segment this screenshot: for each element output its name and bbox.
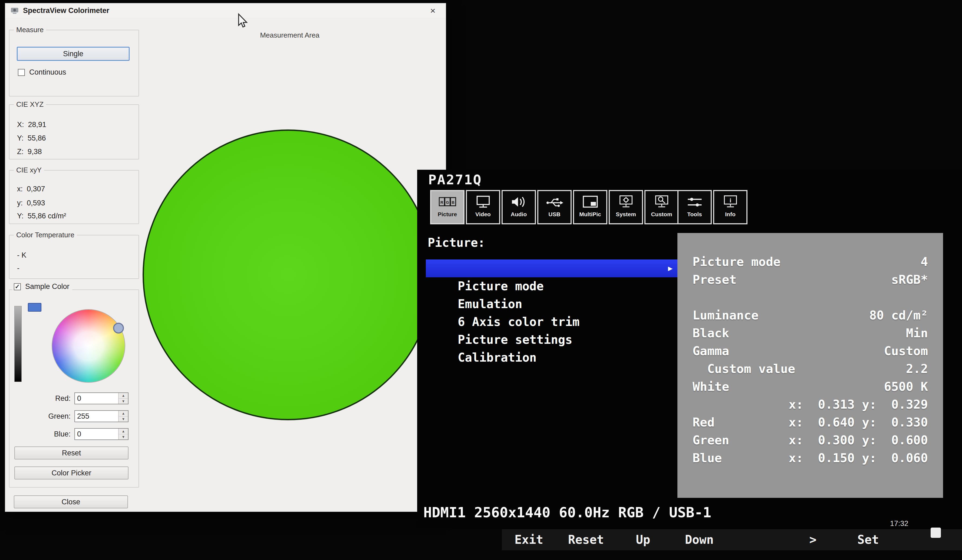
window-close-icon[interactable]: × — [420, 3, 446, 18]
blue-input[interactable] — [75, 429, 117, 439]
blue-spin-down-icon[interactable]: ▼ — [119, 434, 128, 440]
menu-item-6-axis-color-trim[interactable]: 6 Axis color trim — [426, 295, 677, 313]
colorimeter-window: SpectraView Colorimeter × Measure Single… — [5, 3, 446, 512]
detail-row-black: BlackMin — [677, 324, 943, 342]
tab-custom[interactable]: Custom — [644, 190, 679, 224]
cie-xyz-group-label: CIE XYZ — [14, 100, 46, 109]
usb-icon — [544, 193, 565, 211]
reset-button[interactable]: Reset — [15, 446, 129, 459]
cie-xyy-group: CIE xyY x: 0,307 y: 0,593 Y: 55,86 cd/m² — [9, 170, 139, 224]
osd-key-exit[interactable]: Exit — [515, 529, 543, 550]
window-title: SpectraView Colorimeter — [23, 6, 109, 15]
detail-row-picture-mode: Picture mode4 — [677, 253, 943, 271]
color-picker-button[interactable]: Color Picker — [15, 467, 129, 480]
speaker-icon — [508, 193, 529, 211]
tab-label: Tools — [687, 211, 702, 217]
tab-label: Custom — [651, 211, 672, 217]
red-spin-down-icon[interactable]: ▼ — [119, 399, 128, 404]
osd-menu: Picture mode ▶ Emulation 6 Axis color tr… — [426, 259, 677, 349]
picture-rgb-icon: R G B — [437, 193, 458, 211]
sample-color-checkbox[interactable]: ✓ Sample Color — [12, 282, 72, 291]
single-measure-button[interactable]: Single — [17, 47, 129, 61]
red-label: Red: — [12, 393, 71, 404]
svg-text:i: i — [730, 197, 731, 204]
system-clock: 17:32 — [890, 520, 909, 528]
osd-key-chevron-icon[interactable]: > — [809, 529, 817, 550]
osd-detail-panel: Picture mode4 PresetsRGB* Luminance80 cd… — [677, 233, 943, 498]
measurement-area-label: Measurement Area — [242, 31, 337, 39]
tab-multipic[interactable]: MultiPic — [573, 190, 607, 224]
color-wheel-selector-dot[interactable] — [113, 323, 124, 333]
cie-y-value: Y: 55,86 — [17, 134, 46, 142]
cie-xyy-x-value: x: 0,307 — [17, 185, 45, 193]
continuous-checkbox[interactable]: Continuous — [18, 68, 67, 77]
red-input[interactable] — [75, 393, 117, 404]
cie-xyy-y-value: y: 0,593 — [17, 199, 45, 207]
luminance-slider-thumb[interactable] — [28, 303, 41, 312]
detail-row-gamma: GammaCustom — [677, 342, 943, 360]
svg-text:B: B — [452, 200, 454, 204]
luminance-gradient-slider[interactable] — [15, 306, 22, 382]
custom-magnifier-icon — [651, 193, 672, 211]
tab-audio[interactable]: Audio — [502, 190, 536, 224]
color-wheel[interactable] — [52, 309, 125, 383]
osd-key-up[interactable]: Up — [636, 529, 650, 550]
osd-tab-strip: R G B Picture Video Audio — [430, 190, 679, 224]
tab-label: Video — [475, 211, 491, 217]
menu-item-label: Calibration — [458, 351, 536, 364]
tab-label: USB — [548, 211, 560, 217]
multi-picture-icon — [580, 193, 601, 211]
cie-xyy-luminance-value: Y: 55,86 cd/m² — [17, 212, 66, 220]
system-gear-icon — [615, 193, 636, 211]
red-spin-up-icon[interactable]: ▲ — [119, 393, 128, 399]
green-spin-down-icon[interactable]: ▼ — [119, 417, 128, 422]
cie-xyy-group-label: CIE xyY — [14, 166, 44, 174]
window-titlebar[interactable]: SpectraView Colorimeter — [5, 3, 446, 18]
osd-key-guide: Exit Reset Up Down > Set — [502, 529, 962, 550]
detail-row-white-xy: x: 0.313 y: 0.329 — [677, 396, 943, 414]
osd-key-reset[interactable]: Reset — [568, 529, 604, 550]
detail-row-luminance: Luminance80 cd/m² — [677, 306, 943, 324]
tab-tools[interactable]: Tools — [677, 190, 712, 224]
menu-item-emulation[interactable]: Emulation — [426, 277, 677, 295]
color-temp-kelvin: - K — [17, 251, 26, 259]
color-temp-delta: - — [17, 264, 19, 272]
info-icon: i — [720, 193, 741, 211]
blue-field[interactable]: ▲ ▼ — [74, 428, 129, 440]
cie-x-value: X: 28,91 — [17, 121, 46, 129]
osd-key-down[interactable]: Down — [685, 529, 713, 550]
detail-row-blue-xy: Bluex: 0.150 y: 0.060 — [677, 449, 943, 467]
close-button[interactable]: Close — [14, 496, 128, 509]
osd-model-name: PA271Q — [428, 172, 482, 188]
red-field[interactable]: ▲ ▼ — [74, 393, 129, 404]
menu-item-picture-settings[interactable]: Picture settings — [426, 313, 677, 331]
osd-tab-strip-secondary: Tools i Info — [677, 190, 747, 224]
tab-picture[interactable]: R G B Picture — [430, 190, 465, 224]
osd-key-set[interactable]: Set — [857, 529, 879, 550]
osd-section-heading: Picture: — [428, 236, 485, 249]
green-spin-up-icon[interactable]: ▲ — [119, 411, 128, 417]
tab-usb[interactable]: USB — [537, 190, 571, 224]
measurement-color-circle — [142, 129, 434, 420]
menu-item-picture-mode[interactable]: Picture mode ▶ — [426, 259, 677, 277]
tab-info[interactable]: i Info — [713, 190, 747, 224]
blue-label: Blue: — [12, 428, 71, 440]
continuous-checkbox-box[interactable] — [18, 69, 25, 76]
submenu-arrow-icon: ▶ — [668, 259, 673, 277]
tray-square-icon[interactable] — [931, 528, 941, 538]
green-label: Green: — [12, 410, 71, 422]
measure-group: Measure Single Continuous — [9, 30, 139, 97]
detail-row-red-xy: Redx: 0.640 y: 0.330 — [677, 414, 943, 431]
menu-item-calibration[interactable]: Calibration — [426, 331, 677, 349]
sample-color-checkbox-box[interactable]: ✓ — [14, 283, 21, 290]
osd-input-status: HDMI1 2560x1440 60.0Hz RGB / USB-1 — [423, 504, 711, 521]
tab-video[interactable]: Video — [466, 190, 500, 224]
green-input[interactable] — [75, 411, 117, 422]
tab-label: Picture — [438, 211, 457, 217]
tools-sliders-icon — [684, 193, 705, 211]
green-field[interactable]: ▲ ▼ — [74, 410, 129, 422]
blue-spin-up-icon[interactable]: ▲ — [119, 429, 128, 434]
tab-system[interactable]: System — [609, 190, 643, 224]
cie-xyz-group: CIE XYZ X: 28,91 Y: 55,86 Z: 9,38 — [9, 104, 139, 159]
monitor-icon — [473, 193, 494, 211]
